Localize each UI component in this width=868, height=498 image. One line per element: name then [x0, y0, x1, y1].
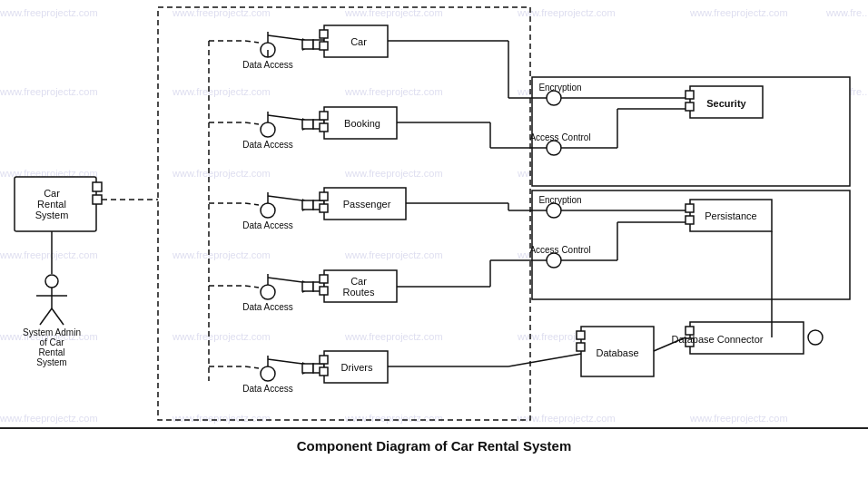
svg-rect-27 [320, 42, 328, 50]
svg-line-47 [268, 196, 302, 200]
svg-text:Drivers: Drivers [341, 362, 373, 373]
svg-rect-38 [320, 112, 328, 120]
svg-text:Car: Car [350, 36, 367, 47]
svg-point-30 [261, 122, 275, 137]
svg-rect-45 [302, 200, 313, 210]
svg-line-136 [245, 41, 259, 43]
svg-line-128 [508, 354, 581, 366]
svg-rect-60 [320, 275, 328, 283]
diagram-container: www.freeprojectz.com www.freeprojectz.co… [0, 0, 868, 463]
svg-point-8 [45, 275, 58, 288]
svg-text:Data Access: Data Access [242, 220, 293, 230]
svg-text:Access Control: Access Control [529, 245, 590, 255]
svg-text:Data Access: Data Access [242, 60, 293, 70]
svg-line-12 [52, 308, 64, 325]
svg-text:Persistance: Persistance [705, 210, 756, 221]
svg-text:Routes: Routes [343, 287, 375, 298]
svg-line-139 [245, 286, 259, 288]
svg-line-11 [40, 308, 52, 325]
svg-line-36 [268, 115, 302, 120]
svg-point-41 [261, 203, 275, 218]
svg-rect-72 [320, 356, 328, 364]
svg-text:Passenger: Passenger [343, 199, 391, 210]
svg-rect-39 [320, 123, 328, 132]
svg-rect-22 [302, 40, 313, 49]
svg-text:Data Access: Data Access [242, 384, 293, 394]
svg-text:Access Control: Access Control [529, 132, 590, 142]
svg-text:System Admin: System Admin [23, 327, 81, 337]
svg-line-137 [245, 122, 259, 124]
svg-rect-34 [302, 120, 313, 129]
svg-line-24 [268, 35, 302, 40]
svg-line-138 [245, 203, 259, 205]
svg-rect-99 [686, 216, 694, 224]
svg-point-112 [808, 330, 823, 345]
svg-line-58 [268, 278, 302, 282]
svg-rect-3 [93, 182, 102, 191]
svg-text:System: System [36, 357, 66, 367]
svg-rect-68 [302, 364, 313, 373]
svg-text:Data Access: Data Access [242, 302, 293, 312]
svg-rect-50 [320, 204, 328, 212]
svg-rect-61 [320, 287, 328, 295]
svg-text:Car: Car [44, 188, 60, 199]
svg-rect-26 [320, 30, 328, 38]
svg-text:of Car: of Car [39, 337, 64, 347]
uml-diagram: Car Rental System System Admin of Car Re… [0, 0, 868, 463]
svg-rect-84 [686, 103, 694, 111]
diagram-caption: Component Diagram of Car Rental System [297, 438, 572, 454]
svg-text:Booking: Booking [344, 118, 380, 129]
svg-point-52 [261, 285, 275, 299]
svg-rect-107 [577, 343, 585, 351]
svg-text:Database: Database [596, 347, 638, 358]
svg-text:Encryption: Encryption [538, 195, 581, 205]
svg-text:Data Access: Data Access [242, 140, 293, 150]
svg-point-64 [261, 366, 275, 381]
svg-rect-98 [686, 204, 694, 212]
svg-text:System: System [35, 210, 69, 220]
svg-text:Database Connector: Database Connector [672, 334, 764, 345]
svg-text:Security: Security [706, 98, 746, 109]
caption-bar: Component Diagram of Car Rental System [0, 427, 868, 463]
svg-rect-56 [302, 282, 313, 291]
svg-text:Car: Car [350, 276, 367, 287]
svg-rect-83 [686, 91, 694, 99]
svg-text:Rental: Rental [39, 347, 65, 357]
svg-rect-106 [577, 331, 585, 339]
svg-line-140 [245, 366, 259, 368]
svg-text:Rental: Rental [37, 199, 66, 210]
svg-line-70 [268, 359, 302, 364]
svg-text:Encryption: Encryption [538, 83, 581, 93]
svg-rect-49 [320, 192, 328, 200]
svg-rect-4 [93, 195, 102, 204]
svg-rect-73 [320, 367, 328, 376]
